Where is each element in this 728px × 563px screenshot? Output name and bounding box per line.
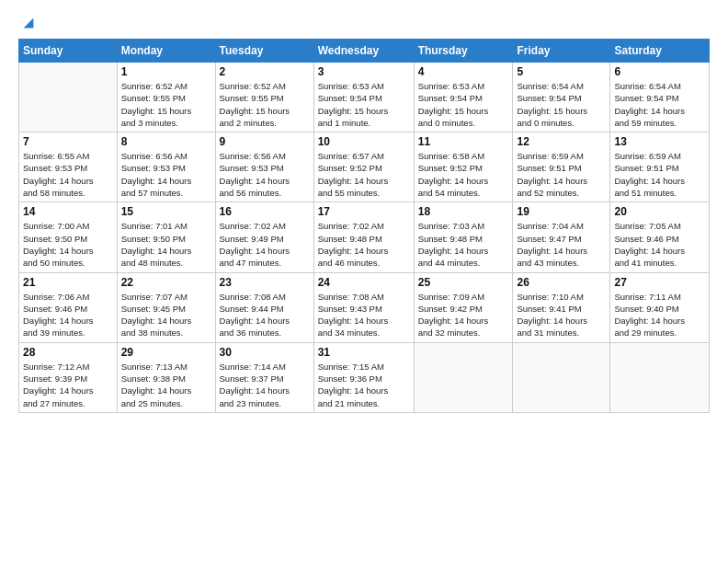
day-info: Sunrise: 6:52 AM Sunset: 9:55 PM Dayligh… <box>220 80 310 129</box>
calendar-cell: 16Sunrise: 7:02 AM Sunset: 9:49 PM Dayli… <box>215 202 313 272</box>
day-number: 22 <box>121 276 211 289</box>
day-number: 3 <box>318 65 410 78</box>
calendar-cell: 28Sunrise: 7:12 AM Sunset: 9:39 PM Dayli… <box>19 342 118 412</box>
calendar-cell: 23Sunrise: 7:08 AM Sunset: 9:44 PM Dayli… <box>215 272 313 342</box>
day-info: Sunrise: 7:15 AM Sunset: 9:36 PM Dayligh… <box>318 361 410 409</box>
day-number: 1 <box>121 65 211 78</box>
day-number: 8 <box>121 135 211 148</box>
day-info: Sunrise: 7:05 AM Sunset: 9:46 PM Dayligh… <box>614 220 705 269</box>
day-info: Sunrise: 7:08 AM Sunset: 9:43 PM Dayligh… <box>318 291 410 339</box>
calendar-cell: 31Sunrise: 7:15 AM Sunset: 9:36 PM Dayli… <box>313 342 414 412</box>
calendar-cell: 7Sunrise: 6:55 AM Sunset: 9:53 PM Daylig… <box>19 132 118 202</box>
day-info: Sunrise: 7:08 AM Sunset: 9:44 PM Dayligh… <box>220 291 310 339</box>
calendar-cell: 12Sunrise: 6:59 AM Sunset: 9:51 PM Dayli… <box>513 132 610 202</box>
day-number: 25 <box>418 276 509 289</box>
day-number: 31 <box>318 346 410 359</box>
day-number: 26 <box>517 276 606 289</box>
calendar-week-row: 1Sunrise: 6:52 AM Sunset: 9:55 PM Daylig… <box>19 63 710 132</box>
day-number: 10 <box>318 135 410 148</box>
day-info: Sunrise: 6:59 AM Sunset: 9:51 PM Dayligh… <box>614 150 705 199</box>
calendar-cell: 27Sunrise: 7:11 AM Sunset: 9:40 PM Dayli… <box>610 272 710 342</box>
calendar-week-row: 7Sunrise: 6:55 AM Sunset: 9:53 PM Daylig… <box>19 132 710 202</box>
calendar-header-row: SundayMondayTuesdayWednesdayThursdayFrid… <box>19 40 710 63</box>
calendar-cell: 6Sunrise: 6:54 AM Sunset: 9:54 PM Daylig… <box>610 63 710 132</box>
day-number: 30 <box>220 346 310 359</box>
calendar-cell <box>513 342 610 412</box>
calendar-cell: 10Sunrise: 6:57 AM Sunset: 9:52 PM Dayli… <box>313 132 414 202</box>
day-info: Sunrise: 7:03 AM Sunset: 9:48 PM Dayligh… <box>418 220 509 269</box>
day-info: Sunrise: 6:52 AM Sunset: 9:55 PM Dayligh… <box>121 80 211 129</box>
day-info: Sunrise: 7:14 AM Sunset: 9:37 PM Dayligh… <box>220 361 310 409</box>
day-info: Sunrise: 6:54 AM Sunset: 9:54 PM Dayligh… <box>614 80 705 129</box>
day-info: Sunrise: 7:04 AM Sunset: 9:47 PM Dayligh… <box>517 220 606 269</box>
calendar-cell: 22Sunrise: 7:07 AM Sunset: 9:45 PM Dayli… <box>117 272 215 342</box>
day-number: 19 <box>517 205 606 218</box>
calendar-cell: 21Sunrise: 7:06 AM Sunset: 9:46 PM Dayli… <box>19 272 118 342</box>
calendar-cell <box>610 342 710 412</box>
day-number: 2 <box>220 65 310 78</box>
day-info: Sunrise: 6:53 AM Sunset: 9:54 PM Dayligh… <box>318 80 410 129</box>
calendar-header-wednesday: Wednesday <box>313 40 414 63</box>
calendar-cell: 20Sunrise: 7:05 AM Sunset: 9:46 PM Dayli… <box>610 202 710 272</box>
day-info: Sunrise: 7:09 AM Sunset: 9:42 PM Dayligh… <box>418 291 509 339</box>
day-info: Sunrise: 7:02 AM Sunset: 9:48 PM Dayligh… <box>318 220 410 269</box>
calendar-week-row: 14Sunrise: 7:00 AM Sunset: 9:50 PM Dayli… <box>19 202 710 272</box>
day-number: 24 <box>318 276 410 289</box>
calendar-cell: 18Sunrise: 7:03 AM Sunset: 9:48 PM Dayli… <box>414 202 513 272</box>
day-number: 5 <box>517 65 606 78</box>
day-number: 28 <box>23 346 113 359</box>
calendar-cell: 26Sunrise: 7:10 AM Sunset: 9:41 PM Dayli… <box>513 272 610 342</box>
day-info: Sunrise: 6:54 AM Sunset: 9:54 PM Dayligh… <box>517 80 606 129</box>
calendar-cell: 15Sunrise: 7:01 AM Sunset: 9:50 PM Dayli… <box>117 202 215 272</box>
day-number: 6 <box>614 65 705 78</box>
logo <box>18 15 37 31</box>
day-info: Sunrise: 6:57 AM Sunset: 9:52 PM Dayligh… <box>318 150 410 199</box>
day-info: Sunrise: 7:06 AM Sunset: 9:46 PM Dayligh… <box>23 291 113 339</box>
day-number: 4 <box>418 65 509 78</box>
day-number: 23 <box>220 276 310 289</box>
calendar-week-row: 21Sunrise: 7:06 AM Sunset: 9:46 PM Dayli… <box>19 272 710 342</box>
calendar-cell: 19Sunrise: 7:04 AM Sunset: 9:47 PM Dayli… <box>513 202 610 272</box>
day-info: Sunrise: 7:01 AM Sunset: 9:50 PM Dayligh… <box>121 220 211 269</box>
day-info: Sunrise: 6:58 AM Sunset: 9:52 PM Dayligh… <box>418 150 509 199</box>
calendar-cell: 3Sunrise: 6:53 AM Sunset: 9:54 PM Daylig… <box>313 63 414 132</box>
day-info: Sunrise: 7:00 AM Sunset: 9:50 PM Dayligh… <box>23 220 113 269</box>
calendar-header-monday: Monday <box>117 40 215 63</box>
svg-marker-0 <box>24 18 34 29</box>
day-number: 29 <box>121 346 211 359</box>
day-info: Sunrise: 6:56 AM Sunset: 9:53 PM Dayligh… <box>220 150 310 199</box>
calendar-header-sunday: Sunday <box>19 40 118 63</box>
day-number: 11 <box>418 135 509 148</box>
day-number: 21 <box>23 276 113 289</box>
calendar-cell: 2Sunrise: 6:52 AM Sunset: 9:55 PM Daylig… <box>215 63 313 132</box>
day-number: 27 <box>614 276 705 289</box>
calendar-cell: 29Sunrise: 7:13 AM Sunset: 9:38 PM Dayli… <box>117 342 215 412</box>
day-number: 9 <box>220 135 310 148</box>
calendar-cell <box>19 63 118 132</box>
page: SundayMondayTuesdayWednesdayThursdayFrid… <box>0 0 728 563</box>
calendar-header-saturday: Saturday <box>610 40 710 63</box>
day-info: Sunrise: 7:11 AM Sunset: 9:40 PM Dayligh… <box>614 291 705 339</box>
day-info: Sunrise: 7:07 AM Sunset: 9:45 PM Dayligh… <box>121 291 211 339</box>
day-number: 17 <box>318 205 410 218</box>
calendar-cell: 14Sunrise: 7:00 AM Sunset: 9:50 PM Dayli… <box>19 202 118 272</box>
calendar-week-row: 28Sunrise: 7:12 AM Sunset: 9:39 PM Dayli… <box>19 342 710 412</box>
day-number: 7 <box>23 135 113 148</box>
calendar-header-tuesday: Tuesday <box>215 40 313 63</box>
day-info: Sunrise: 6:53 AM Sunset: 9:54 PM Dayligh… <box>418 80 509 129</box>
calendar-cell: 4Sunrise: 6:53 AM Sunset: 9:54 PM Daylig… <box>414 63 513 132</box>
day-info: Sunrise: 6:59 AM Sunset: 9:51 PM Dayligh… <box>517 150 606 199</box>
calendar-cell: 13Sunrise: 6:59 AM Sunset: 9:51 PM Dayli… <box>610 132 710 202</box>
calendar-cell: 30Sunrise: 7:14 AM Sunset: 9:37 PM Dayli… <box>215 342 313 412</box>
day-info: Sunrise: 7:10 AM Sunset: 9:41 PM Dayligh… <box>517 291 606 339</box>
day-number: 18 <box>418 205 509 218</box>
calendar-cell: 9Sunrise: 6:56 AM Sunset: 9:53 PM Daylig… <box>215 132 313 202</box>
day-number: 15 <box>121 205 211 218</box>
day-info: Sunrise: 6:55 AM Sunset: 9:53 PM Dayligh… <box>23 150 113 199</box>
calendar-cell: 11Sunrise: 6:58 AM Sunset: 9:52 PM Dayli… <box>414 132 513 202</box>
calendar-cell: 24Sunrise: 7:08 AM Sunset: 9:43 PM Dayli… <box>313 272 414 342</box>
day-number: 14 <box>23 205 113 218</box>
calendar-table: SundayMondayTuesdayWednesdayThursdayFrid… <box>18 39 710 413</box>
day-info: Sunrise: 7:02 AM Sunset: 9:49 PM Dayligh… <box>220 220 310 269</box>
day-number: 16 <box>220 205 310 218</box>
